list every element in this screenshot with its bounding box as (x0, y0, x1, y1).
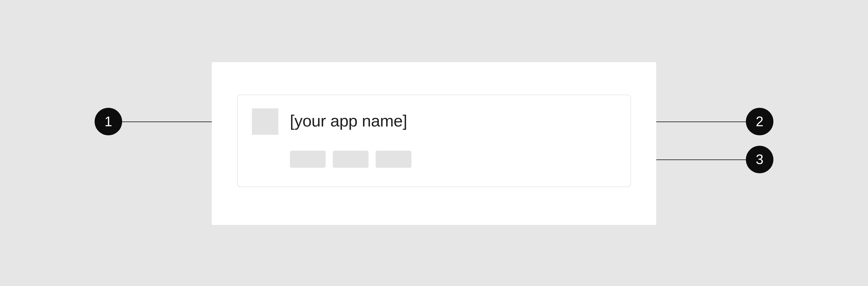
callout-number: 2 (756, 114, 764, 129)
callout-number: 3 (756, 152, 764, 167)
callout-badge-3: 3 (746, 146, 773, 173)
meta-pill-placeholder (376, 151, 411, 168)
app-card-panel (237, 95, 631, 187)
meta-pill-placeholder (333, 151, 369, 168)
callout-number: 1 (104, 114, 112, 129)
meta-pill-placeholder (290, 151, 326, 168)
callout-badge-2: 2 (746, 108, 773, 135)
app-name-label: [your app name] (290, 113, 407, 129)
app-icon-placeholder (252, 108, 278, 135)
diagram-stage: [your app name] 1 2 3 (0, 0, 868, 286)
callout-badge-1: 1 (95, 108, 122, 135)
